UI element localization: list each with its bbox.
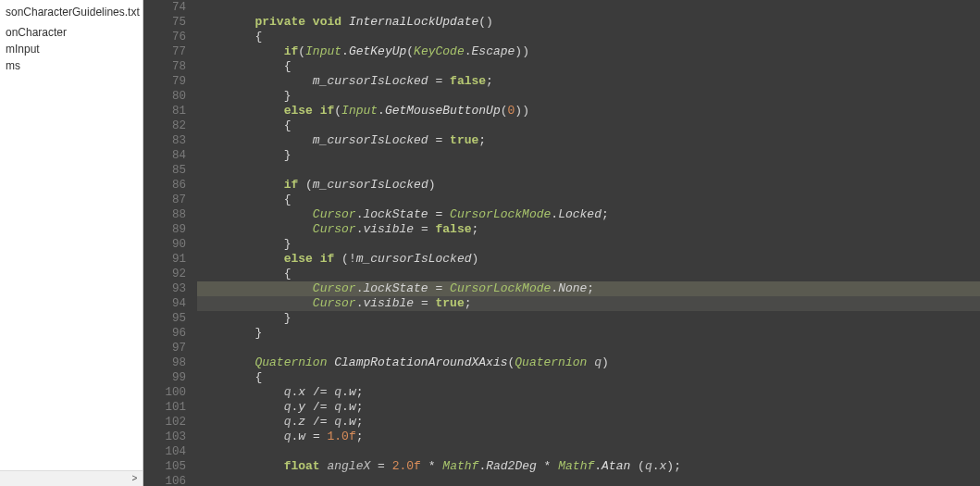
sidebar-item-label: sonCharacterGuidelines.txt (6, 6, 140, 19)
whitespace (305, 15, 313, 29)
token-member: lockState (363, 207, 428, 221)
token-punct: ) (472, 252, 479, 266)
line-number: 102 (143, 415, 186, 430)
token-type: KeyCode (414, 44, 465, 58)
token-kw: else (284, 104, 313, 118)
token-member: Rad2Deg (486, 459, 537, 473)
code-line[interactable]: m_cursorIsLocked = false; (197, 74, 980, 89)
sidebar-scrollbar[interactable]: > (0, 470, 143, 486)
code-line[interactable]: q.x /= q.w; (197, 385, 980, 400)
token-punct: } (254, 326, 262, 340)
line-number: 97 (143, 341, 186, 355)
whitespace (197, 178, 284, 192)
code-line[interactable]: } (197, 311, 980, 326)
sidebar-item[interactable]: mInput (0, 41, 143, 57)
code-line[interactable]: Cursor.lockState = CursorLockMode.Locked… (197, 207, 980, 222)
scroll-right-arrow[interactable]: > (127, 471, 143, 487)
code-line[interactable]: } (197, 89, 980, 104)
code-line[interactable]: { (197, 30, 980, 44)
token-punct: . (341, 44, 349, 58)
code-line[interactable] (197, 163, 980, 178)
whitespace (197, 459, 284, 473)
whitespace (537, 459, 544, 473)
code-line[interactable]: { (197, 267, 980, 281)
whitespace (197, 326, 254, 340)
code-editor[interactable]: 7475767778798081828384858687888990919293… (143, 0, 980, 486)
token-method: Atan (602, 459, 630, 473)
code-line[interactable] (197, 341, 980, 355)
code-line[interactable]: private void InternalLockUpdate() (197, 15, 980, 30)
token-member: None (558, 281, 587, 295)
token-punct: ( (406, 44, 414, 58)
code-content[interactable]: private void InternalLockUpdate() { if(I… (197, 0, 980, 486)
whitespace (197, 252, 284, 266)
code-line[interactable]: { (197, 59, 980, 74)
code-line[interactable]: Cursor.lockState = CursorLockMode.None; (197, 281, 980, 296)
token-kw: else (284, 252, 313, 266)
whitespace (370, 459, 378, 473)
code-line[interactable]: float angleX = 2.0f * Mathf.Rad2Deg * Ma… (197, 459, 980, 474)
code-line[interactable]: } (197, 326, 980, 341)
token-punct: . (341, 415, 349, 429)
token-member: w (349, 400, 356, 414)
whitespace (341, 15, 349, 29)
token-punct: ( (298, 44, 305, 58)
code-line[interactable]: Cursor.visible = true; (197, 296, 980, 311)
whitespace (428, 296, 436, 310)
line-number: 92 (143, 267, 186, 281)
line-number: 80 (143, 89, 186, 104)
token-op: * (428, 459, 436, 473)
code-line[interactable]: } (197, 237, 980, 252)
whitespace (442, 74, 450, 88)
code-line[interactable]: { (197, 118, 980, 133)
line-number: 94 (143, 296, 186, 311)
code-line[interactable]: Quaternion ClampRotationAroundXAxis(Quat… (197, 355, 980, 370)
token-punct: } (284, 237, 292, 251)
code-line[interactable] (197, 0, 980, 15)
whitespace (197, 415, 284, 429)
token-kw: if (284, 178, 299, 192)
token-punct: { (284, 118, 292, 132)
line-number: 103 (143, 430, 186, 444)
line-number: 77 (143, 44, 186, 59)
code-line[interactable] (197, 444, 980, 459)
token-op: /= (313, 415, 328, 429)
token-punct: ) (602, 355, 609, 369)
code-line[interactable]: } (197, 148, 980, 163)
token-type: Mathf (442, 459, 478, 473)
code-line[interactable]: Cursor.visible = false; (197, 222, 980, 237)
code-line[interactable]: m_cursorIsLocked = true; (197, 133, 980, 148)
code-line[interactable]: else if(Input.GetMouseButtonUp(0)) (197, 104, 980, 118)
token-member: w (298, 430, 305, 443)
token-member: x (298, 385, 305, 399)
code-line[interactable]: { (197, 193, 980, 207)
token-punct: ; (587, 281, 594, 295)
line-number: 79 (143, 74, 186, 89)
whitespace (421, 459, 428, 473)
code-line[interactable]: if(Input.GetKeyUp(KeyCode.Escape)) (197, 44, 980, 59)
whitespace (197, 400, 284, 414)
code-line[interactable]: if (m_cursorIsLocked) (197, 178, 980, 193)
whitespace (197, 148, 284, 162)
code-line[interactable]: q.z /= q.w; (197, 415, 980, 430)
file-explorer-sidebar[interactable]: sonCharacterGuidelines.txtonCharactermIn… (0, 0, 143, 486)
token-punct: . (551, 207, 558, 221)
sidebar-item[interactable]: onCharacter (0, 24, 143, 41)
token-type: Quaternion (515, 355, 587, 369)
code-line[interactable]: q.y /= q.w; (197, 400, 980, 415)
code-line[interactable]: { (197, 370, 980, 385)
line-number: 84 (143, 148, 186, 163)
whitespace (385, 459, 392, 473)
code-line[interactable]: q.w = 1.0f; (197, 430, 980, 444)
whitespace (305, 385, 313, 399)
token-punct: . (341, 400, 349, 414)
token-punct: . (341, 385, 349, 399)
whitespace (197, 89, 284, 103)
sidebar-item[interactable]: ms (0, 57, 143, 74)
token-punct: (! (341, 252, 356, 266)
sidebar-item[interactable]: sonCharacterGuidelines.txt (0, 4, 143, 20)
token-member: Locked (558, 207, 602, 221)
code-line[interactable]: else if (!m_cursorIsLocked) (197, 252, 980, 267)
line-number: 99 (143, 370, 186, 385)
code-line[interactable] (197, 474, 980, 486)
